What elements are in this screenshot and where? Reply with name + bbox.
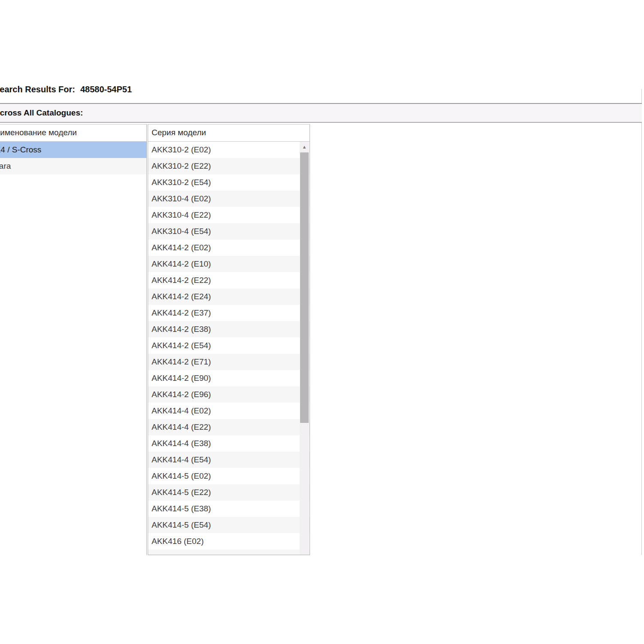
- model-list: SX4 / S-CrossVitara: [0, 142, 146, 174]
- series-row[interactable]: AKK414-2 (E37): [148, 305, 310, 321]
- series-row[interactable]: AKK414-4 (E38): [148, 435, 310, 452]
- series-row[interactable]: AKK414-2 (E96): [148, 386, 310, 403]
- model-series-column: Серия модели AKK310-2 (E02)AKK310-2 (E22…: [148, 124, 310, 555]
- scrollbar-thumb[interactable]: [300, 152, 309, 423]
- searched-part-number: 48580-54P51: [80, 85, 132, 94]
- series-row[interactable]: AKK414-2 (E10): [148, 256, 310, 272]
- series-row[interactable]: AKK414-2 (E38): [148, 321, 310, 337]
- series-row[interactable]: AKK414-5 (E54): [148, 517, 310, 533]
- series-row[interactable]: AKK414-2 (E90): [148, 370, 310, 386]
- series-column-header: Серия модели: [148, 125, 310, 142]
- series-row[interactable]: AKK414-4 (E22): [148, 419, 310, 435]
- series-scrollbar[interactable]: ▲: [300, 142, 309, 555]
- series-row[interactable]: AKK310-2 (E54): [148, 174, 310, 191]
- model-row[interactable]: Vitara: [0, 158, 146, 174]
- browser-viewport: Search Results For:48580-54P51 Across Al…: [0, 0, 644, 644]
- section-band: Across All Catalogues:: [0, 103, 642, 123]
- series-row[interactable]: AKK414-4 (E02): [148, 403, 310, 419]
- model-row[interactable]: SX4 / S-Cross: [0, 142, 146, 158]
- search-results-page: Search Results For:48580-54P51 Across Al…: [0, 0, 644, 644]
- series-row[interactable]: AKK414-2 (E02): [148, 240, 310, 256]
- series-row[interactable]: AKK414-5 (E02): [148, 468, 310, 484]
- page-title-label: Search Results For:: [0, 85, 75, 94]
- series-row[interactable]: AKK310-4 (E54): [148, 223, 310, 240]
- series-row[interactable]: AKK414-4 (E54): [148, 452, 310, 468]
- series-row[interactable]: AKK414-2 (E24): [148, 289, 310, 305]
- series-row[interactable]: AKK310-4 (E22): [148, 207, 310, 223]
- series-row[interactable]: AKK414-2 (E54): [148, 337, 310, 354]
- series-row[interactable]: AKK310-4 (E02): [148, 191, 310, 207]
- scroll-up-button[interactable]: ▲: [300, 142, 309, 152]
- series-row[interactable]: AKK310-2 (E22): [148, 158, 310, 174]
- series-row[interactable]: AKK414-2 (E71): [148, 354, 310, 370]
- model-name-column: Наименование модели SX4 / S-CrossVitara: [0, 124, 147, 555]
- series-row[interactable]: AKK310-2 (E02): [148, 142, 310, 158]
- series-row[interactable]: AKK416 (E02): [148, 533, 310, 550]
- series-row[interactable]: AKK414-5 (E38): [148, 501, 310, 517]
- results-panel-border: [641, 89, 642, 555]
- model-column-header: Наименование модели: [0, 125, 146, 142]
- scroll-up-icon: ▲: [302, 144, 307, 149]
- series-row[interactable]: AKK416 (E22): [148, 550, 310, 555]
- section-band-label: Across All Catalogues:: [0, 108, 83, 118]
- page-title: Search Results For:48580-54P51: [0, 85, 132, 94]
- series-row[interactable]: AKK414-5 (E22): [148, 484, 310, 501]
- series-row[interactable]: AKK414-2 (E22): [148, 272, 310, 289]
- series-list: AKK310-2 (E02)AKK310-2 (E22)AKK310-2 (E5…: [148, 142, 310, 555]
